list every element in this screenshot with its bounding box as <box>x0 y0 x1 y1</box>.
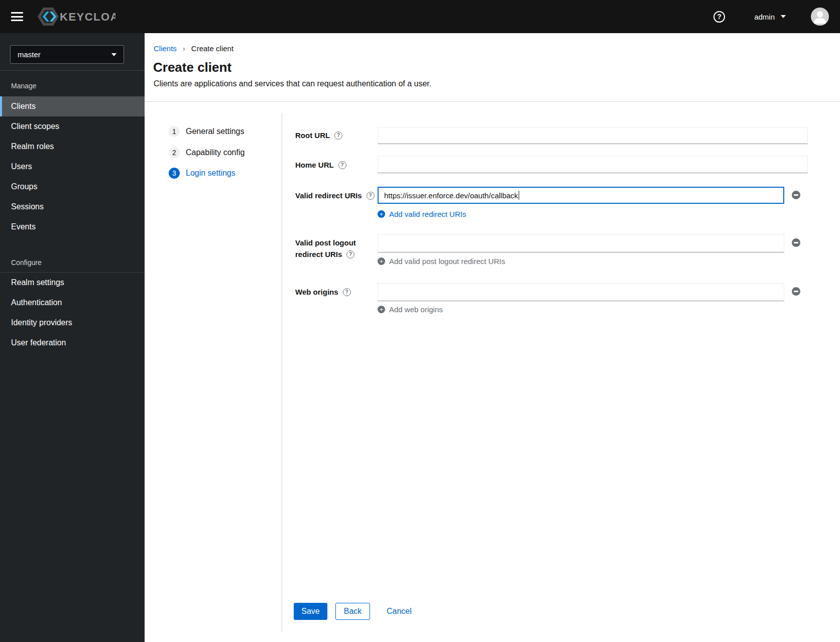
sidebar-item-client-scopes[interactable]: Client scopes <box>0 116 145 137</box>
step-label: Capability config <box>186 148 245 157</box>
person-icon <box>811 8 829 26</box>
sidebar-item-sessions[interactable]: Sessions <box>0 197 145 217</box>
valid-post-logout-label-line2: redirect URIs ? <box>295 250 354 259</box>
plus-icon: + <box>378 210 385 218</box>
plus-icon: + <box>378 306 385 313</box>
valid-post-logout-label-line1: Valid post logout <box>295 238 356 247</box>
cancel-button[interactable]: Cancel <box>386 603 413 620</box>
help-icon[interactable]: ? <box>343 288 351 296</box>
add-web-origins-button[interactable]: + Add web origins <box>378 305 443 314</box>
text-cursor <box>519 191 520 200</box>
page-title: Create client <box>153 60 231 75</box>
home-url-label: Home URL ? <box>295 161 346 169</box>
step-number: 3 <box>169 168 180 179</box>
web-origins-label: Web origins ? <box>295 288 351 296</box>
sidebar-item-users[interactable]: Users <box>0 157 145 177</box>
chevron-down-icon <box>111 53 116 56</box>
wizard-step-general-settings[interactable]: 1 General settings <box>169 126 245 137</box>
remove-post-logout-uri-button[interactable] <box>792 238 800 247</box>
breadcrumb-clients-link[interactable]: Clients <box>154 44 177 53</box>
remove-web-origin-button[interactable] <box>792 287 800 296</box>
keycloak-logo-icon: KEYCLOAK <box>36 6 115 27</box>
sidebar-item-user-federation[interactable]: User federation <box>0 333 145 353</box>
sidebar-item-realm-roles[interactable]: Realm roles <box>0 137 145 157</box>
sidebar-item-events[interactable]: Events <box>0 217 145 237</box>
valid-post-logout-redirect-uris-input[interactable] <box>378 234 784 252</box>
valid-redirect-uris-input[interactable]: https://issuer.enforce.dev/oauth/callbac… <box>378 187 784 204</box>
help-icon[interactable]: ? <box>334 132 342 140</box>
help-icon[interactable]: ? <box>367 192 375 200</box>
help-icon[interactable]: ? <box>713 11 725 23</box>
realm-selector[interactable]: master <box>10 45 124 64</box>
help-icon[interactable]: ? <box>346 250 354 259</box>
sidebar-item-groups[interactable]: Groups <box>0 177 145 197</box>
svg-text:KEYCLOAK: KEYCLOAK <box>60 11 115 23</box>
wizard-step-login-settings[interactable]: 3 Login settings <box>169 168 235 179</box>
remove-redirect-uri-button[interactable] <box>792 191 800 199</box>
web-origins-input[interactable] <box>378 283 784 301</box>
keycloak-admin-console: KEYCLOAK ? admin master Manage Clients C… <box>0 0 840 642</box>
wizard-divider <box>282 113 282 632</box>
plus-icon: + <box>378 258 385 265</box>
step-label: General settings <box>186 127 245 136</box>
help-icon[interactable]: ? <box>338 161 346 169</box>
masthead-tools: ? admin <box>713 8 829 26</box>
page-subtitle: Clients are applications and services th… <box>154 79 431 88</box>
root-url-label: Root URL ? <box>295 131 342 140</box>
home-url-input[interactable] <box>378 156 808 173</box>
sidebar-item-authentication[interactable]: Authentication <box>0 293 145 313</box>
user-menu[interactable]: admin <box>754 13 775 21</box>
step-number: 1 <box>169 126 180 137</box>
breadcrumb-separator-icon: › <box>183 44 185 53</box>
sidebar-item-realm-settings[interactable]: Realm settings <box>0 273 145 293</box>
wizard-step-capability-config[interactable]: 2 Capability config <box>169 147 245 158</box>
save-button[interactable]: Save <box>294 603 327 620</box>
masthead: KEYCLOAK ? admin <box>0 0 840 33</box>
keycloak-logo[interactable]: KEYCLOAK <box>36 6 115 27</box>
add-valid-redirect-uris-button[interactable]: + Add valid redirect URIs <box>378 210 466 218</box>
header-divider <box>145 101 840 102</box>
root-url-input[interactable] <box>378 127 808 144</box>
sidebar-nav: Manage Clients Client scopes Realm roles… <box>0 70 145 353</box>
realm-selector-value: master <box>18 50 41 59</box>
sidebar-toggle-button[interactable] <box>11 12 23 21</box>
valid-redirect-uris-label: Valid redirect URIs ? <box>295 191 375 200</box>
breadcrumb: Clients › Create client <box>154 44 233 53</box>
nav-section-manage: Manage <box>0 71 145 96</box>
sidebar-item-identity-providers[interactable]: Identity providers <box>0 313 145 333</box>
breadcrumb-current: Create client <box>191 44 233 53</box>
chevron-down-icon[interactable] <box>781 15 786 18</box>
step-number: 2 <box>169 147 180 158</box>
add-valid-post-logout-redirect-uris-button[interactable]: + Add valid post logout redirect URIs <box>378 257 505 266</box>
nav-section-configure: Configure <box>0 237 145 272</box>
avatar[interactable] <box>811 8 829 26</box>
sidebar: master Manage Clients Client scopes Real… <box>0 33 145 642</box>
step-label: Login settings <box>186 169 235 178</box>
back-button[interactable]: Back <box>335 603 370 620</box>
sidebar-item-clients[interactable]: Clients <box>0 96 145 116</box>
